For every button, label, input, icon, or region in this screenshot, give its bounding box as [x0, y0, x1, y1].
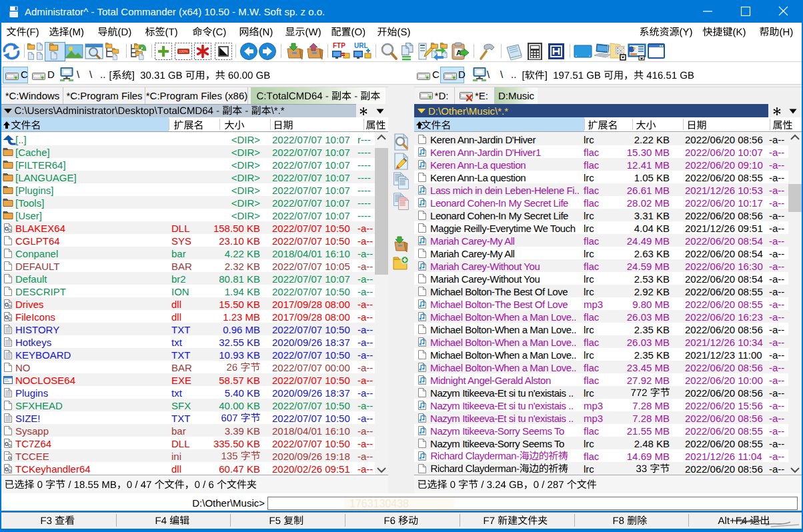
- svg-text:URL: URL: [354, 42, 368, 49]
- svg-text:100%: 100%: [179, 49, 188, 53]
- svg-text:FTP: FTP: [333, 42, 345, 49]
